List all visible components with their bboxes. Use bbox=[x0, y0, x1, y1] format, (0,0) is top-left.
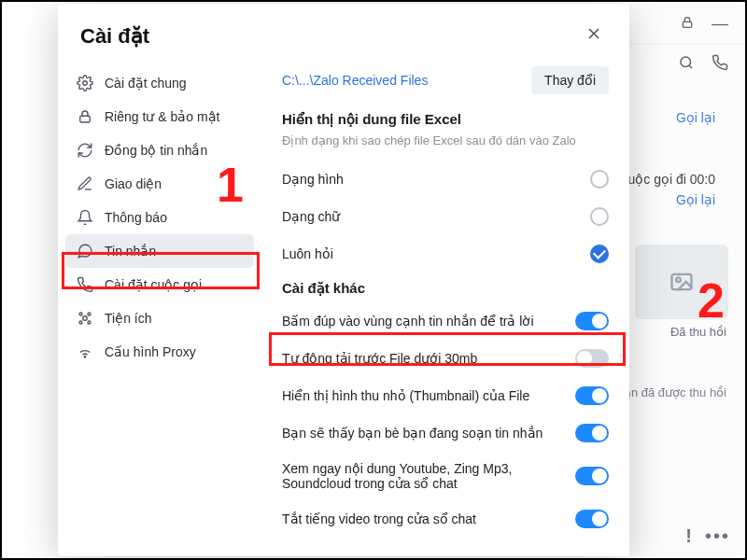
phone-icon bbox=[77, 276, 93, 293]
search-icon bbox=[678, 54, 695, 75]
svg-point-8 bbox=[88, 313, 91, 315]
setting-label: Hiển thị hình thu nhỏ (Thumbnail) của Fi… bbox=[282, 388, 529, 403]
radio-checked-icon[interactable] bbox=[590, 245, 609, 263]
setting-label: Xem ngay nội dung Youtube, Zing Mp3, Sou… bbox=[282, 461, 562, 491]
sidebar-item-label: Cài đặt chung bbox=[105, 76, 187, 91]
excel-option-text[interactable]: Dạng chữ bbox=[282, 198, 609, 235]
setting-double-click-reply: Bấm đúp vào vùng cạnh tin nhắn để trả lờ… bbox=[282, 302, 609, 340]
sidebar-item-label: Thông báo bbox=[105, 210, 167, 225]
toggle-switch[interactable] bbox=[575, 349, 609, 368]
toggle-switch[interactable] bbox=[575, 467, 609, 485]
sidebar-item-label: Cài đặt cuộc gọi bbox=[105, 277, 202, 292]
option-label: Luôn hỏi bbox=[282, 246, 333, 261]
toggle-switch[interactable] bbox=[575, 386, 609, 405]
svg-rect-5 bbox=[80, 116, 91, 122]
download-path-link[interactable]: C:\...\Zalo Received Files bbox=[282, 73, 428, 88]
setting-label: Tự động tải trước File dưới 30mb bbox=[282, 351, 477, 366]
svg-point-1 bbox=[681, 57, 691, 67]
setting-typing-indicator: Bạn sẽ thấy bạn bè bạn đang soạn tin nhắ… bbox=[282, 414, 609, 452]
option-label: Dạng hình bbox=[282, 172, 344, 187]
sidebar-item-general[interactable]: Cài đặt chung bbox=[65, 66, 254, 100]
settings-modal: Cài đặt Cài đặt chung Riêng tư & bảo mật… bbox=[58, 4, 629, 556]
minimize-icon: — bbox=[712, 14, 728, 34]
excel-option-ask[interactable]: Luôn hỏi bbox=[282, 235, 609, 273]
sidebar-item-messages[interactable]: Tin nhắn bbox=[65, 234, 254, 268]
radio-unchecked-icon[interactable] bbox=[590, 207, 609, 226]
toggle-switch[interactable] bbox=[575, 424, 609, 442]
sidebar-item-label: Đồng bộ tin nhắn bbox=[105, 143, 207, 158]
excel-section-desc: Định dạng khi sao chép file Excel sau đó… bbox=[282, 133, 609, 147]
svg-point-9 bbox=[79, 321, 82, 324]
edit-icon bbox=[77, 175, 93, 192]
sidebar-item-label: Giao diện bbox=[105, 176, 162, 191]
sidebar-item-proxy[interactable]: Cấu hình Proxy bbox=[65, 335, 254, 369]
bg-input-toolbar: ! ••• bbox=[685, 525, 730, 547]
setting-thumbnail: Hiển thị hình thu nhỏ (Thumbnail) của Fi… bbox=[282, 377, 609, 414]
svg-point-3 bbox=[676, 277, 681, 282]
svg-point-6 bbox=[83, 316, 88, 321]
svg-point-4 bbox=[83, 81, 88, 86]
modal-title: Cài đặt bbox=[80, 24, 149, 49]
gear-icon bbox=[77, 75, 93, 91]
svg-point-10 bbox=[88, 321, 91, 324]
settings-content: C:\...\Zalo Received Files Thay đổi Hiển… bbox=[261, 61, 629, 556]
bg-image-thumb bbox=[635, 245, 728, 319]
other-section-title: Cài đặt khác bbox=[282, 280, 609, 297]
bg-nav-rail bbox=[4, 4, 60, 556]
message-icon bbox=[77, 243, 93, 259]
setting-label: Bấm đúp vào vùng cạnh tin nhắn để trả lờ… bbox=[282, 314, 534, 329]
settings-sidebar: Cài đặt chung Riêng tư & bảo mật Đồng bộ… bbox=[58, 61, 261, 556]
sidebar-item-label: Riêng tư & bảo mật bbox=[105, 109, 220, 124]
excel-section-title: Hiển thị nội dung file Excel bbox=[282, 111, 609, 128]
sidebar-item-label: Cấu hình Proxy bbox=[105, 344, 196, 359]
option-label: Dạng chữ bbox=[282, 209, 340, 224]
lock-icon bbox=[680, 15, 695, 34]
excel-option-image[interactable]: Dạng hình bbox=[282, 161, 609, 198]
sidebar-item-calls[interactable]: Cài đặt cuộc gọi bbox=[65, 268, 254, 301]
setting-label: Bạn sẽ thấy bạn bè bạn đang soạn tin nhắ… bbox=[282, 426, 543, 441]
setting-auto-download: Tự động tải trước File dưới 30mb bbox=[282, 340, 609, 377]
svg-point-7 bbox=[79, 313, 82, 315]
change-path-button[interactable]: Thay đổi bbox=[531, 66, 609, 94]
sidebar-item-appearance[interactable]: Giao diện bbox=[65, 167, 254, 201]
sidebar-item-utilities[interactable]: Tiện ích bbox=[65, 301, 254, 335]
sync-icon bbox=[77, 142, 93, 159]
sidebar-item-label: Tin nhắn bbox=[105, 244, 156, 259]
svg-point-11 bbox=[84, 357, 86, 358]
setting-label: Tắt tiếng video trong cửa sổ chat bbox=[282, 511, 476, 526]
sidebar-item-privacy[interactable]: Riêng tư & bảo mật bbox=[65, 100, 254, 133]
radio-unchecked-icon[interactable] bbox=[590, 170, 609, 189]
lock-icon bbox=[77, 108, 93, 125]
close-icon bbox=[585, 24, 603, 43]
bell-icon bbox=[77, 209, 93, 226]
setting-media-preview: Xem ngay nội dung Youtube, Zing Mp3, Sou… bbox=[282, 452, 609, 500]
sidebar-item-notifications[interactable]: Thông báo bbox=[65, 201, 254, 234]
setting-mute-video: Tắt tiếng video trong cửa sổ chat bbox=[282, 500, 609, 538]
phone-icon bbox=[712, 54, 728, 75]
wifi-icon bbox=[77, 343, 93, 360]
sidebar-item-label: Tiện ích bbox=[105, 311, 152, 326]
svg-rect-0 bbox=[683, 21, 691, 27]
toggle-switch[interactable] bbox=[575, 312, 609, 330]
toggle-switch[interactable] bbox=[575, 510, 609, 528]
close-button[interactable] bbox=[581, 21, 607, 51]
sidebar-item-sync[interactable]: Đồng bộ tin nhắn bbox=[65, 133, 254, 167]
puzzle-icon bbox=[77, 310, 93, 327]
